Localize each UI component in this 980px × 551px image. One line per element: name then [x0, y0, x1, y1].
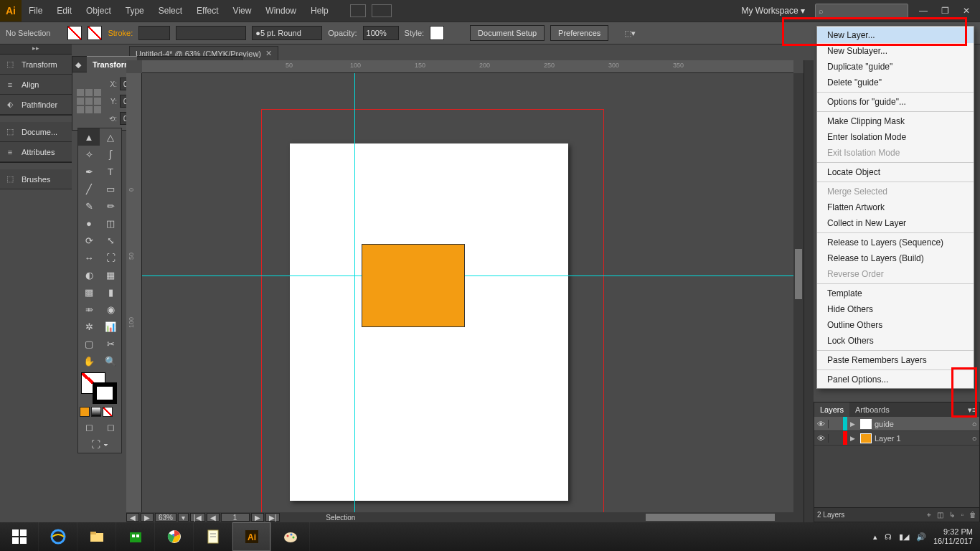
direct-selection-tool[interactable]: △ [100, 128, 121, 146]
tray-network-icon[interactable]: ▮◢ [899, 532, 909, 542]
lasso-tool[interactable]: ʃ [100, 146, 121, 163]
layer-row[interactable]: 👁▶guide○ [814, 417, 979, 431]
delete-layer-icon[interactable]: 🗑 [969, 511, 976, 519]
artboard-tool[interactable]: ▢ [78, 335, 100, 352]
taskbar-notepad-icon[interactable] [194, 522, 232, 551]
taskbar-illustrator-icon[interactable]: Ai [232, 522, 271, 551]
start-button[interactable] [0, 522, 39, 551]
free-transform-tool[interactable]: ⛶ [100, 249, 121, 266]
panel-brushes[interactable]: ⬚Brushes [0, 169, 72, 189]
menu-item-release-to-layers-sequence[interactable]: Release to Layers (Sequence) [817, 235, 974, 250]
ruler-horizontal[interactable]: 50100150200250300350 [142, 60, 793, 73]
mesh-tool[interactable]: ▩ [78, 283, 100, 301]
visibility-icon[interactable]: 👁 [814, 434, 829, 443]
pen-tool[interactable]: ✒ [78, 163, 100, 180]
panel-attributes[interactable]: ≡Attributes [0, 142, 72, 162]
close-button[interactable]: ✕ [956, 4, 977, 18]
menu-item-hide-others[interactable]: Hide Others [817, 301, 974, 317]
paintbrush-tool[interactable]: ✎ [78, 197, 100, 215]
menu-object[interactable]: Object [79, 0, 118, 22]
symbol-sprayer-tool[interactable]: ✲ [78, 318, 100, 335]
eyedropper-tool[interactable]: ⤃ [78, 301, 100, 318]
menu-item-outline-others[interactable]: Outline Others [817, 317, 974, 333]
blob-brush-tool[interactable]: ● [78, 215, 100, 232]
artboard-next[interactable]: ▶ [251, 513, 264, 522]
opacity-input[interactable]: 100% [363, 26, 399, 40]
panel-docume-[interactable]: ⬚Docume... [0, 122, 72, 142]
width-tool[interactable]: ↔ [78, 249, 100, 266]
menu-item-make-clipping-mask[interactable]: Make Clipping Mask [817, 113, 974, 129]
blend-tool[interactable]: ◉ [100, 301, 121, 318]
menu-item-release-to-layers-build[interactable]: Release to Layers (Build) [817, 250, 974, 266]
shape-builder-tool[interactable]: ◐ [78, 266, 100, 283]
new-sublayer-icon[interactable]: ↳ [949, 511, 955, 519]
stroke-weight-input[interactable] [138, 26, 170, 40]
tray-clock[interactable]: 9:32 PM 16/11/2017 [933, 527, 973, 546]
panel-pathfinder[interactable]: ⬖Pathfinder [0, 95, 72, 115]
ruler-vertical[interactable]: 050100 [126, 73, 142, 512]
artboard-input[interactable]: 1 [221, 513, 250, 522]
clip-mask-icon[interactable]: ◫ [937, 511, 943, 519]
layer-name[interactable]: guide [875, 420, 969, 428]
taskbar-paint-icon[interactable] [271, 522, 310, 551]
taskbar-store-icon[interactable] [116, 522, 155, 551]
expand-icon[interactable]: ▶ [847, 420, 857, 428]
taskbar-explorer-icon[interactable] [77, 522, 116, 551]
rotate-tool[interactable]: ⟳ [78, 232, 100, 249]
fill-stroke-icon[interactable] [78, 371, 121, 404]
visibility-icon[interactable]: 👁 [814, 420, 829, 428]
menu-item-template[interactable]: Template [817, 286, 974, 301]
menu-item-new-layer[interactable]: New Layer... [817, 27, 974, 43]
hand-tool[interactable]: ✋ [78, 352, 100, 369]
minimize-button[interactable]: — [913, 4, 934, 18]
menu-help[interactable]: Help [303, 0, 336, 22]
menu-item-options-for-guide[interactable]: Options for "guide"... [817, 94, 974, 110]
workspace-switcher[interactable]: My Workspace ▾ [736, 6, 811, 16]
graph-tool[interactable]: 📊 [100, 318, 121, 335]
target-icon[interactable]: ○ [969, 420, 979, 428]
menu-item-paste-remembers-layers[interactable]: Paste Remembers Layers [817, 352, 974, 368]
layout-mode-a-icon[interactable] [350, 4, 366, 17]
color-mode-row[interactable] [78, 405, 121, 418]
tray-volume-icon[interactable]: 🔊 [916, 532, 926, 542]
fill-swatch[interactable] [67, 26, 82, 40]
type-tool[interactable]: T [100, 163, 121, 180]
magic-wand-tool[interactable]: ✧ [78, 146, 100, 163]
tray-up-icon[interactable]: ▴ [873, 532, 877, 542]
vertical-scrollbar[interactable] [793, 73, 804, 512]
zoom-tool[interactable]: 🔍 [100, 352, 121, 369]
document-setup-button[interactable]: Document Setup [470, 25, 545, 41]
menu-file[interactable]: File [22, 0, 50, 22]
maximize-button[interactable]: ❐ [934, 4, 956, 18]
taskbar-chrome-icon[interactable] [155, 522, 194, 551]
brush-input[interactable]: ● 5 pt. Round [252, 26, 322, 40]
stroke-swatch[interactable] [88, 26, 102, 40]
panel-align[interactable]: ≡Align [0, 75, 72, 95]
artboard-first[interactable]: |◀ [190, 513, 205, 522]
style-swatch[interactable] [430, 26, 444, 40]
gradient-tool[interactable]: ▮ [100, 283, 121, 301]
zoom-stepper[interactable]: ▶ [141, 513, 154, 522]
menu-type[interactable]: Type [118, 0, 151, 22]
scale-tool[interactable]: ⤡ [100, 232, 121, 249]
rectangle-tool[interactable]: ▭ [100, 180, 121, 197]
taskbar-ie-icon[interactable] [39, 522, 77, 551]
guide-horizontal[interactable] [142, 276, 793, 276]
menu-window[interactable]: Window [258, 0, 303, 22]
selection-tool[interactable]: ▲ [78, 128, 100, 146]
preferences-button[interactable]: Preferences [550, 25, 608, 41]
tray-dropbox-icon[interactable]: ☊ [885, 532, 892, 542]
zoom-dropdown[interactable]: ▾ [178, 513, 189, 522]
panel-transform[interactable]: ⬚Transform [0, 55, 72, 75]
close-tab-icon[interactable]: ✕ [265, 49, 272, 58]
zoom-input[interactable]: 63% [155, 513, 176, 522]
menu-item-delete-guide[interactable]: Delete "guide" [817, 75, 974, 90]
reference-point-icon[interactable] [77, 89, 101, 113]
draw-mode-behind[interactable]: ◻ [100, 418, 121, 435]
variable-width-input[interactable] [176, 26, 246, 40]
menu-item-collect-in-new-layer[interactable]: Collect in New Layer [817, 215, 974, 231]
dock-collapse-icon[interactable]: ▸▸ [0, 44, 72, 55]
canvas[interactable] [142, 73, 793, 512]
menu-item-new-sublayer[interactable]: New Sublayer... [817, 43, 974, 59]
guide-vertical[interactable] [354, 73, 355, 512]
